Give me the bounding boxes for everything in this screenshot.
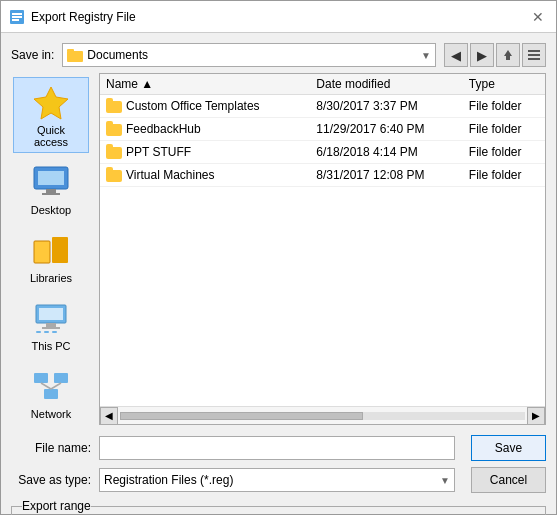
svg-rect-4 [67, 51, 83, 62]
sidebar-item-network[interactable]: Network [13, 361, 89, 425]
table-row[interactable]: Custom Office Templates 8/30/2017 3:37 P… [100, 95, 545, 118]
quick-access-icon [31, 82, 71, 122]
svg-rect-14 [42, 193, 60, 195]
save-in-arrow: ▼ [421, 50, 431, 61]
file-type-cell: File folder [463, 118, 545, 141]
forward-button[interactable]: ▶ [470, 43, 494, 67]
up-button[interactable] [496, 43, 520, 67]
svg-rect-25 [52, 331, 57, 333]
file-type-cell: File folder [463, 164, 545, 187]
file-type-cell: File folder [463, 95, 545, 118]
svg-line-29 [41, 383, 51, 389]
save-in-row: Save in: Documents ▼ ◀ ▶ [11, 43, 546, 67]
col-date[interactable]: Date modified [310, 74, 463, 95]
table-row[interactable]: PPT STUFF 6/18/2018 4:14 PM File folder [100, 141, 545, 164]
svg-rect-24 [44, 331, 49, 333]
file-name-label: File name: [11, 441, 91, 455]
dialog-body: Save in: Documents ▼ ◀ ▶ [1, 33, 556, 515]
svg-rect-3 [12, 19, 19, 21]
col-name[interactable]: Name ▲ [100, 74, 310, 95]
save-as-arrow: ▼ [440, 475, 450, 486]
menu-button[interactable] [522, 43, 546, 67]
svg-line-30 [51, 383, 61, 389]
svg-rect-22 [42, 327, 60, 329]
file-date-cell: 8/30/2017 3:37 PM [310, 95, 463, 118]
dialog-title: Export Registry File [31, 10, 136, 24]
col-type[interactable]: Type [463, 74, 545, 95]
desktop-label: Desktop [31, 204, 71, 216]
export-registry-dialog: Export Registry File ✕ Save in: Document… [0, 0, 557, 515]
title-bar: Export Registry File ✕ [1, 1, 556, 33]
libraries-label: Libraries [30, 272, 72, 284]
file-name-row: File name: Save [11, 435, 546, 461]
svg-rect-20 [39, 308, 63, 320]
file-name-cell: PPT STUFF [100, 141, 310, 164]
back-button[interactable]: ◀ [444, 43, 468, 67]
close-button[interactable]: ✕ [528, 7, 548, 27]
table-row[interactable]: Virtual Machines 8/31/2017 12:08 PM File… [100, 164, 545, 187]
file-name-cell: Custom Office Templates [100, 95, 310, 118]
desktop-icon [31, 162, 71, 202]
sidebar-item-this-pc[interactable]: This PC [13, 293, 89, 357]
this-pc-icon [31, 298, 71, 338]
save-as-label: Save as type: [11, 473, 91, 487]
svg-rect-5 [67, 49, 74, 52]
folder-icon [106, 170, 122, 182]
svg-rect-26 [34, 373, 48, 383]
svg-rect-27 [54, 373, 68, 383]
svg-rect-8 [528, 58, 540, 60]
save-as-dropdown[interactable]: Registration Files (*.reg) ▼ [99, 468, 455, 492]
up-icon [501, 48, 515, 62]
scroll-track[interactable] [120, 412, 525, 420]
cancel-btn-container: Cancel [463, 467, 546, 493]
file-name-cell: FeedbackHub [100, 118, 310, 141]
svg-rect-1 [12, 13, 22, 15]
sidebar-item-quick-access[interactable]: Quick access [13, 77, 89, 153]
save-as-row: Save as type: Registration Files (*.reg)… [11, 467, 546, 493]
scroll-right-button[interactable]: ▶ [527, 407, 545, 425]
save-in-dropdown[interactable]: Documents ▼ [62, 43, 436, 67]
main-area: Quick access Desktop [11, 73, 546, 425]
registry-icon [9, 9, 25, 25]
folder-icon [106, 101, 122, 113]
svg-rect-12 [38, 171, 64, 185]
svg-rect-23 [36, 331, 41, 333]
sidebar-item-libraries[interactable]: Libraries [13, 225, 89, 289]
export-range-group: Export range All Selected branch HKEY_CU… [11, 499, 546, 515]
file-date-cell: 8/31/2017 12:08 PM [310, 164, 463, 187]
libraries-icon [31, 230, 71, 270]
folder-icon [106, 147, 122, 159]
scroll-thumb[interactable] [120, 412, 363, 420]
folder-icon [67, 48, 83, 62]
scroll-left-button[interactable]: ◀ [100, 407, 118, 425]
svg-rect-2 [12, 16, 22, 18]
svg-rect-21 [46, 323, 56, 327]
svg-rect-15 [34, 241, 50, 263]
bottom-fields: File name: Save Save as type: Registrati… [11, 431, 546, 493]
horizontal-scrollbar[interactable]: ◀ ▶ [100, 406, 545, 424]
sidebar: Quick access Desktop [11, 73, 91, 425]
file-date-cell: 6/18/2018 4:14 PM [310, 141, 463, 164]
save-button[interactable]: Save [471, 435, 546, 461]
sidebar-item-desktop[interactable]: Desktop [13, 157, 89, 221]
file-type-cell: File folder [463, 141, 545, 164]
svg-rect-28 [44, 389, 58, 399]
file-panel: Name ▲ Date modified Type Custom Office … [99, 73, 546, 425]
svg-marker-9 [34, 87, 68, 119]
file-name-cell: Virtual Machines [100, 164, 310, 187]
quick-access-label: Quick access [20, 124, 82, 148]
save-in-label: Save in: [11, 48, 54, 62]
table-row[interactable]: FeedbackHub 11/29/2017 6:40 PM File fold… [100, 118, 545, 141]
title-bar-left: Export Registry File [9, 9, 136, 25]
toolbar-buttons: ◀ ▶ [444, 43, 546, 67]
file-date-cell: 11/29/2017 6:40 PM [310, 118, 463, 141]
cancel-button[interactable]: Cancel [471, 467, 546, 493]
save-as-value: Registration Files (*.reg) [104, 473, 440, 487]
file-name-input[interactable] [99, 436, 455, 460]
svg-rect-7 [528, 54, 540, 56]
svg-rect-13 [46, 189, 56, 193]
menu-icon [527, 48, 541, 62]
file-table[interactable]: Name ▲ Date modified Type Custom Office … [100, 74, 545, 406]
svg-rect-6 [528, 50, 540, 52]
folder-icon [106, 124, 122, 136]
